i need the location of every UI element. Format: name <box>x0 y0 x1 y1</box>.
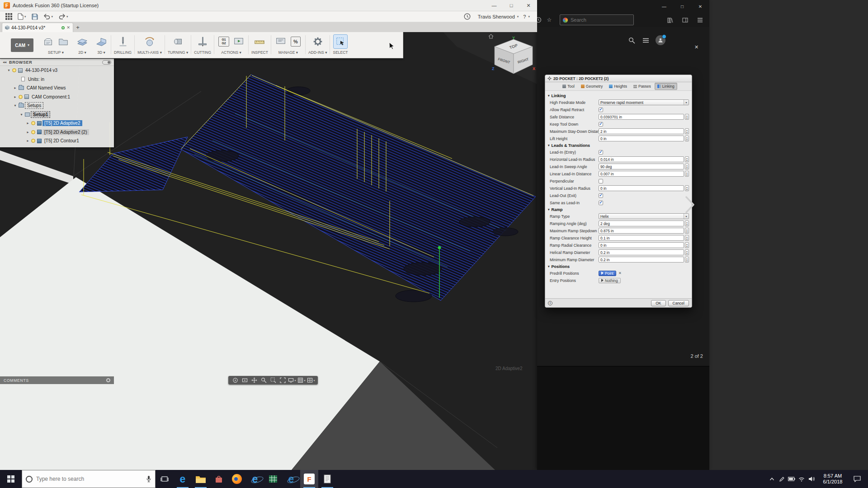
ramp-clearance-height-input[interactable]: 0.1 in <box>599 235 684 241</box>
comments-toggle-icon[interactable] <box>106 378 110 382</box>
close-button[interactable]: ✕ <box>691 0 709 13</box>
ribbon-group-label[interactable]: SELECT <box>333 50 348 55</box>
clear-selection-icon[interactable]: ✕ <box>618 271 622 275</box>
chevron-right-icon[interactable]: ▸ <box>13 95 18 99</box>
chevron-right-icon[interactable]: ▸ <box>25 121 30 125</box>
save-button[interactable] <box>29 12 41 22</box>
document-tab[interactable]: 44-130-P014 v3* ✕ <box>2 23 73 32</box>
taskbar-app-ie[interactable]: e <box>246 470 264 488</box>
minimum-ramp-diameter-input[interactable]: 0.2 in <box>599 257 684 263</box>
taskbar-app-spreadsheet[interactable] <box>264 470 282 488</box>
visibility-bulb-icon[interactable] <box>19 95 23 99</box>
lead-out-checkbox[interactable]: ✓ <box>599 193 603 198</box>
user-avatar[interactable] <box>656 35 665 45</box>
ribbon-group-label[interactable]: INSPECT <box>251 50 268 55</box>
ribbon-group-label[interactable]: MANAGE ▾ <box>278 50 298 55</box>
high-feedrate-mode-select[interactable]: Preserve rapid movement▾ <box>599 99 689 105</box>
horizontal-lead-in-radius-input[interactable]: 0.014 in <box>599 156 684 162</box>
chevron-down-icon[interactable]: ▾ <box>19 113 24 117</box>
viewports-icon[interactable] <box>307 377 315 384</box>
helical-ramp-diameter-input[interactable]: 0.2 in <box>599 249 684 255</box>
close-tab-icon[interactable]: ✕ <box>66 25 70 30</box>
chevron-right-icon[interactable]: ▸ <box>25 130 30 134</box>
comments-bar[interactable]: COMMENTS <box>0 376 114 384</box>
pan-icon[interactable] <box>250 377 258 384</box>
zoom-window-icon[interactable] <box>269 377 277 384</box>
dialog-header[interactable]: 2D POCKET : 2D POCKET2 (2) <box>545 75 692 82</box>
taskbar-app-edge[interactable]: e <box>174 470 192 488</box>
tree-item-setup1[interactable]: ▾ Setup1 <box>0 110 114 119</box>
info-icon[interactable]: i <box>548 301 552 305</box>
inspect-button[interactable] <box>253 35 266 48</box>
2d-milling-button[interactable] <box>75 35 89 48</box>
collapse-panel-icon[interactable]: ◂◂ <box>3 60 6 64</box>
image-view[interactable]: ✕ 2D POCKET : 2D POCKET2 (2) Tool Geomet… <box>537 27 709 366</box>
ribbon-group-label[interactable]: TURNING ▾ <box>168 50 188 55</box>
redo-button[interactable]: ▾ <box>56 12 71 22</box>
visibility-bulb-icon[interactable] <box>31 139 35 143</box>
tab-passes[interactable]: Passes <box>631 83 654 90</box>
ribbon-group-label[interactable]: ADD-INS ▾ <box>308 50 327 55</box>
ramp-radial-clearance-input[interactable]: 0 in <box>599 242 684 248</box>
taskbar-app-fusion360[interactable]: F <box>300 470 318 488</box>
data-panel-grid-icon[interactable] <box>3 12 15 22</box>
ribbon-group-label[interactable]: SETUP ▾ <box>48 50 64 55</box>
library-icon[interactable] <box>666 16 674 24</box>
visibility-bulb-icon[interactable] <box>12 68 16 72</box>
cutting-button[interactable] <box>196 35 209 48</box>
minimum-ramp-diameter-stepper[interactable] <box>685 257 689 263</box>
photo-search-box[interactable] <box>560 14 634 25</box>
manage-post-button[interactable] <box>274 35 288 48</box>
lift-height-input[interactable]: 0 in <box>599 136 684 141</box>
section-linking[interactable]: ▾Linking <box>548 94 689 98</box>
lead-in-sweep-angle-stepper[interactable] <box>685 164 689 169</box>
machining-time-button[interactable]: % <box>289 35 302 48</box>
new-setup-button[interactable] <box>42 35 55 48</box>
ramp-type-select[interactable]: Helix▾ <box>599 213 689 219</box>
section-ramp[interactable]: ▾Ramp <box>548 207 689 212</box>
chevron-down-icon[interactable]: ▾ <box>6 68 11 72</box>
tab-heights[interactable]: Heights <box>606 83 630 90</box>
tree-item-cam-component[interactable]: ▸ CAM Component:1 <box>0 93 114 102</box>
menu-icon[interactable] <box>642 36 650 44</box>
minimize-button[interactable]: — <box>655 0 673 13</box>
tree-item-cam-named-views[interactable]: ▸ CAM Named Views <box>0 84 114 93</box>
multiaxis-button[interactable] <box>143 35 156 48</box>
ribbon-group-label[interactable]: 3D ▾ <box>97 50 105 55</box>
tab-tool[interactable]: Tool <box>560 83 577 90</box>
taskbar-app-store[interactable] <box>210 470 228 488</box>
windows-ink-icon[interactable] <box>777 470 787 488</box>
user-menu[interactable]: Travis Sherwood ▾ <box>478 14 519 19</box>
zoom-icon[interactable] <box>259 377 268 384</box>
cancel-button[interactable]: Cancel <box>668 300 689 306</box>
tree-item-op-adaptive2-2[interactable]: ▸ [T5] 2D Adaptive2 (2) <box>0 128 114 137</box>
vertical-lead-in-radius-stepper[interactable] <box>685 185 689 191</box>
3d-milling-button[interactable] <box>94 35 108 48</box>
tree-item-op-contour1[interactable]: ▸ [T5] 2D Contour1 <box>0 136 114 145</box>
predrill-positions-chip[interactable]: Point <box>599 271 616 276</box>
network-icon[interactable] <box>797 470 807 488</box>
favorite-star-icon[interactable]: ☆ <box>545 16 553 24</box>
task-view-button[interactable] <box>156 470 174 488</box>
perpendicular-checkbox[interactable] <box>599 179 603 183</box>
fit-icon[interactable] <box>278 377 287 384</box>
viewport-canvas[interactable]: CAM▾ SETUP ▾ 2D ▾ 3D ▾ DRILLING <box>0 32 537 470</box>
reading-pane-icon[interactable] <box>681 16 689 24</box>
turning-button[interactable] <box>171 35 185 48</box>
ribbon-group-label[interactable]: ACTIONS ▾ <box>221 50 241 55</box>
max-stay-down-stepper[interactable] <box>685 128 689 134</box>
home-view-icon[interactable] <box>488 34 494 39</box>
look-at-icon[interactable] <box>241 377 249 384</box>
tree-item-units[interactable]: Units: in <box>0 75 114 84</box>
horizontal-lead-in-radius-stepper[interactable] <box>685 156 689 162</box>
tree-item-setups[interactable]: ▾ Setups <box>0 101 114 110</box>
tree-item-root[interactable]: ▾ 44-130-P014 v3 <box>0 66 114 75</box>
action-center-icon[interactable] <box>849 470 865 488</box>
lead-in-sweep-angle-input[interactable]: 90 deg <box>599 164 684 169</box>
tab-geometry[interactable]: Geometry <box>578 83 605 90</box>
section-leads[interactable]: ▾Leads & Transitions <box>548 143 689 148</box>
safe-distance-stepper[interactable] <box>685 114 689 120</box>
battery-icon[interactable] <box>787 470 797 488</box>
max-stay-down-input[interactable]: 2 in <box>599 128 684 134</box>
ramping-angle-input[interactable]: 2 deg <box>599 221 684 226</box>
